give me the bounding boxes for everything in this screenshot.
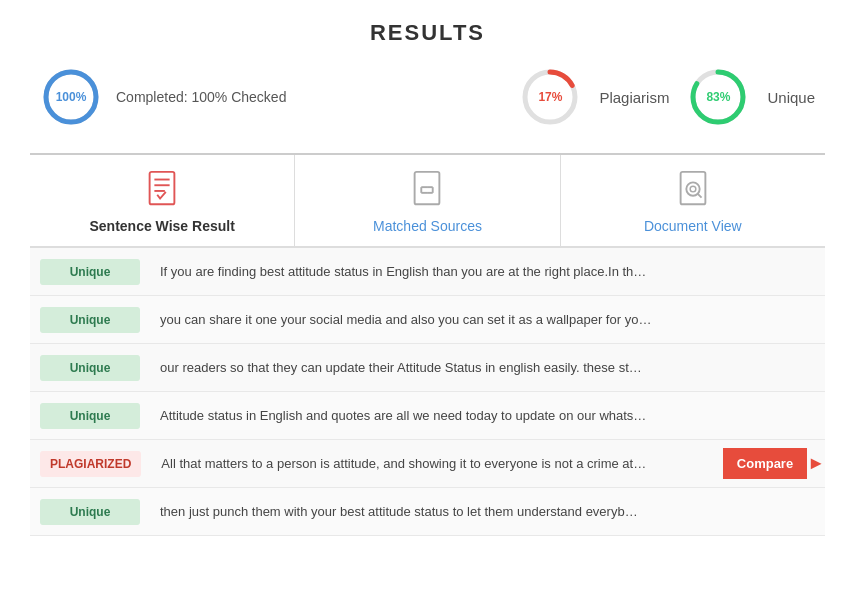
tab-document-view-label: Document View	[644, 218, 742, 234]
result-text: Attitude status in English and quotes ar…	[150, 400, 825, 431]
result-row: Unique If you are finding best attitude …	[30, 248, 825, 296]
status-badge: Unique	[40, 259, 140, 285]
matched-sources-icon	[408, 170, 446, 210]
document-view-icon	[674, 170, 712, 210]
compare-button[interactable]: Compare	[723, 448, 807, 479]
tabs-row: Sentence Wise Result Matched Sources	[30, 155, 825, 248]
unique-label: Unique	[767, 89, 815, 106]
page-title: RESULTS	[30, 20, 825, 46]
unique-percent-label: 83%	[706, 90, 730, 104]
svg-rect-17	[680, 172, 705, 204]
plagiarism-label: Plagiarism	[599, 89, 669, 106]
status-badge: Unique	[40, 499, 140, 525]
result-text: then just punch them with your best atti…	[150, 496, 825, 527]
unique-circle: 83%	[687, 66, 749, 128]
status-badge: Unique	[40, 355, 140, 381]
stats-row: 100% Completed: 100% Checked 17% Plagiar…	[30, 66, 825, 128]
compare-arrow-icon: ►	[807, 453, 825, 474]
result-row-plagiarized: PLAGIARIZED All that matters to a person…	[30, 440, 825, 488]
result-text: All that matters to a person is attitude…	[151, 448, 722, 479]
tab-document-view[interactable]: Document View	[561, 155, 825, 246]
results-list: Unique If you are finding best attitude …	[30, 248, 825, 536]
svg-rect-6	[150, 172, 175, 204]
result-row: Unique Attitude status in English and qu…	[30, 392, 825, 440]
result-text: you can share it one your social media a…	[150, 304, 825, 335]
completed-text: Completed: 100% Checked	[116, 89, 286, 105]
result-row: Unique our readers so that they can upda…	[30, 344, 825, 392]
completed-stat: 100% Completed: 100% Checked	[40, 66, 286, 128]
result-text: our readers so that they can update thei…	[150, 352, 825, 383]
plagiarism-circle: 17%	[519, 66, 581, 128]
status-badge: Unique	[40, 403, 140, 429]
result-row: Unique then just punch them with your be…	[30, 488, 825, 536]
page-container: RESULTS 100% Completed: 100% Checked 17%	[0, 0, 855, 605]
completed-circle: 100%	[40, 66, 102, 128]
result-row: Unique you can share it one your social …	[30, 296, 825, 344]
tab-sentence-wise[interactable]: Sentence Wise Result	[30, 155, 295, 246]
tab-matched-sources-label: Matched Sources	[373, 218, 482, 234]
status-badge: Unique	[40, 307, 140, 333]
completed-percent-label: 100%	[56, 90, 87, 104]
status-badge-plagiarized: PLAGIARIZED	[40, 451, 141, 477]
plagiarism-unique-stats: 17% Plagiarism 83% Unique	[519, 66, 815, 128]
result-text: If you are finding best attitude status …	[150, 256, 825, 287]
sentence-wise-icon	[143, 170, 181, 210]
plagiarism-percent-label: 17%	[538, 90, 562, 104]
tab-sentence-wise-label: Sentence Wise Result	[89, 218, 234, 234]
tab-matched-sources[interactable]: Matched Sources	[295, 155, 560, 246]
